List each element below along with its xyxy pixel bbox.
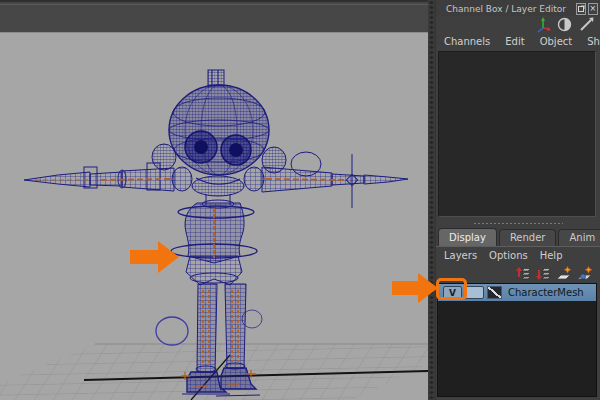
annotation-highlight-visibility bbox=[436, 278, 467, 300]
menu-object[interactable]: Object bbox=[540, 36, 573, 47]
menu-layers[interactable]: Layers bbox=[444, 250, 477, 261]
panel-title: Channel Box / Layer Editor bbox=[446, 4, 566, 14]
menu-help[interactable]: Help bbox=[540, 250, 563, 261]
menu-show[interactable]: Show bbox=[587, 36, 600, 47]
annotation-arrow-character bbox=[130, 240, 180, 274]
create-layer-assign-selected-icon[interactable] bbox=[576, 266, 593, 281]
create-empty-layer-icon[interactable] bbox=[555, 266, 572, 281]
move-axes-icon[interactable] bbox=[536, 17, 551, 33]
menu-edit[interactable]: Edit bbox=[505, 36, 524, 47]
contrast-display-icon[interactable] bbox=[557, 17, 572, 32]
character-ear-left bbox=[152, 144, 176, 170]
move-layer-up-icon[interactable] bbox=[515, 266, 531, 281]
panel-titlebar[interactable]: Channel Box / Layer Editor × bbox=[436, 0, 600, 16]
tab-render[interactable]: Render bbox=[499, 229, 557, 246]
character-antenna bbox=[208, 70, 224, 86]
menu-options[interactable]: Options bbox=[489, 250, 528, 261]
layer-playback-toggle[interactable] bbox=[465, 286, 484, 299]
viewport-3d[interactable] bbox=[0, 0, 428, 400]
layer-name-label: CharacterMesh bbox=[505, 287, 584, 298]
layer-list[interactable]: V CharacterMesh bbox=[437, 283, 597, 397]
viewport-menubar bbox=[0, 0, 428, 33]
channelbox-menubar: Channels Edit Object Show bbox=[436, 33, 600, 50]
tab-display[interactable]: Display bbox=[438, 228, 497, 246]
float-panel-button[interactable] bbox=[576, 3, 586, 15]
maya-window: Channel Box / Layer Editor × bbox=[0, 0, 600, 400]
layer-editor-tabs: Display Render Anim bbox=[436, 228, 600, 247]
knee-control-ring[interactable] bbox=[156, 317, 188, 345]
panel-drag-grip[interactable] bbox=[428, 0, 436, 400]
menu-channels[interactable]: Channels bbox=[444, 36, 490, 47]
layer-editor-menubar: Layers Options Help bbox=[436, 247, 600, 264]
character-arm-left bbox=[24, 163, 174, 191]
restore-icon bbox=[578, 6, 584, 12]
panel-splitter[interactable] bbox=[436, 219, 600, 228]
scene-canvas[interactable] bbox=[0, 0, 428, 400]
pen-arrow-icon[interactable] bbox=[578, 17, 594, 32]
move-layer-down-icon[interactable] bbox=[535, 266, 551, 281]
annotation-arrow-layer bbox=[392, 272, 439, 304]
close-icon: × bbox=[590, 5, 597, 13]
channelbox-toolbar bbox=[436, 16, 600, 33]
channel-box-panel: Channel Box / Layer Editor × bbox=[428, 0, 600, 400]
channelbox-attribute-list[interactable] bbox=[438, 51, 596, 217]
tab-anim[interactable]: Anim bbox=[558, 229, 600, 246]
close-panel-button[interactable]: × bbox=[588, 3, 598, 15]
layer-color-swatch[interactable] bbox=[487, 286, 502, 299]
